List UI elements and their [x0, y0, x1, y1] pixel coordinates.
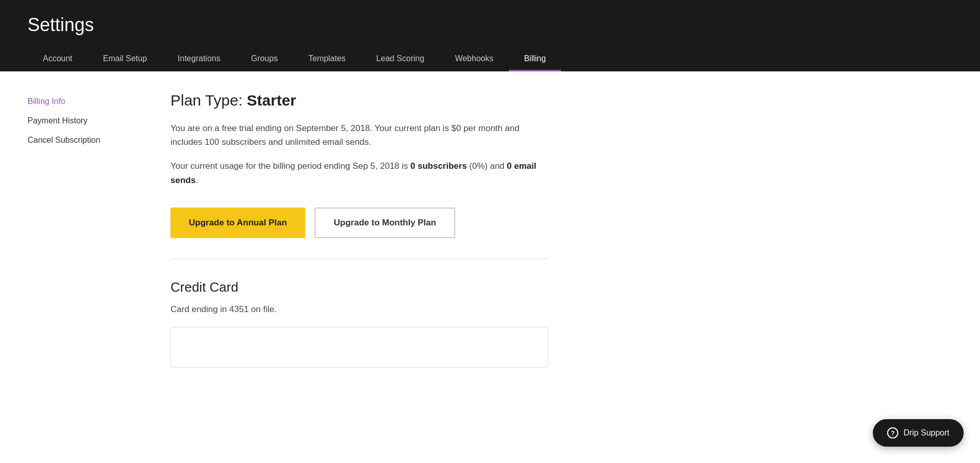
plan-usage: Your current usage for the billing perio…	[170, 159, 548, 187]
tab-email-setup[interactable]: Email Setup	[88, 46, 162, 71]
plan-description: You are on a free trial ending on Septem…	[170, 121, 548, 149]
plan-title: Plan Type: Starter	[170, 92, 548, 109]
tab-templates[interactable]: Templates	[293, 46, 361, 71]
main-container: Billing Info Payment History Cancel Subs…	[0, 71, 980, 388]
usage-percent: (0%)	[469, 161, 487, 171]
content-area: Plan Type: Starter You are on a free tri…	[170, 92, 548, 368]
sidebar-item-payment-history[interactable]: Payment History	[28, 111, 140, 131]
usage-middle: and	[487, 161, 507, 171]
credit-card-description: Card ending in 4351 on file.	[170, 304, 548, 315]
nav-tabs: Account Email Setup Integrations Groups …	[28, 46, 952, 71]
header: Settings Account Email Setup Integration…	[0, 0, 980, 71]
sidebar: Billing Info Payment History Cancel Subs…	[28, 92, 140, 368]
sidebar-item-cancel-subscription[interactable]: Cancel Subscription	[28, 131, 140, 150]
tab-account[interactable]: Account	[28, 46, 88, 71]
tab-webhooks[interactable]: Webhooks	[439, 46, 508, 71]
tab-integrations[interactable]: Integrations	[162, 46, 236, 71]
upgrade-annual-button[interactable]: Upgrade to Annual Plan	[170, 208, 305, 238]
section-divider	[170, 259, 548, 259]
tab-lead-scoring[interactable]: Lead Scoring	[361, 46, 439, 71]
sidebar-item-billing-info[interactable]: Billing Info	[28, 92, 140, 111]
drip-support-label: Drip Support	[903, 428, 949, 438]
drip-support-icon: ?	[887, 427, 898, 439]
credit-card-input-area[interactable]	[170, 327, 548, 368]
plan-type-prefix: Plan Type:	[170, 92, 247, 109]
tab-billing[interactable]: Billing	[509, 46, 561, 71]
tab-groups[interactable]: Groups	[236, 46, 293, 71]
usage-suffix: .	[195, 175, 198, 185]
upgrade-buttons: Upgrade to Annual Plan Upgrade to Monthl…	[170, 208, 548, 238]
upgrade-monthly-button[interactable]: Upgrade to Monthly Plan	[314, 208, 455, 238]
plan-type-name: Starter	[247, 92, 297, 109]
usage-prefix: Your current usage for the billing perio…	[170, 161, 410, 171]
drip-support-button[interactable]: ? Drip Support	[873, 419, 964, 447]
usage-subscribers: 0 subscribers	[410, 161, 467, 171]
credit-card-title: Credit Card	[170, 279, 548, 295]
page-title: Settings	[28, 0, 952, 46]
